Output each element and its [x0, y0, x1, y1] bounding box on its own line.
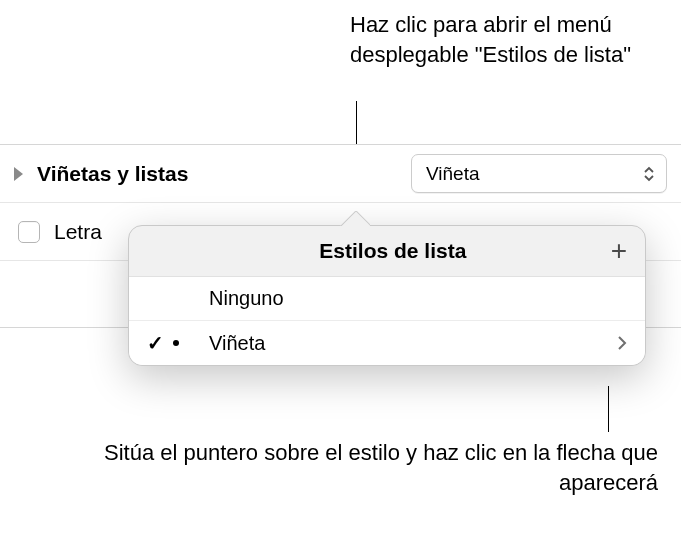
- popover-title: Estilos de lista: [175, 239, 611, 263]
- popup-selected-value: Viñeta: [426, 163, 480, 185]
- list-style-item-none[interactable]: Ninguno: [129, 277, 645, 321]
- list-style-label: Ninguno: [209, 287, 284, 310]
- popover-arrow: [340, 211, 370, 226]
- section-label: Viñetas y listas: [37, 162, 188, 186]
- popover-header: Estilos de lista +: [129, 226, 645, 276]
- disclosure-triangle-icon[interactable]: [14, 167, 23, 181]
- updown-caret-icon: [642, 165, 656, 183]
- chevron-right-icon[interactable]: [617, 335, 627, 351]
- add-style-plus-icon[interactable]: +: [611, 237, 627, 265]
- leader-line-bottom: [608, 386, 609, 432]
- list-styles-popover: Estilos de lista + Ninguno ✓ Viñeta: [128, 225, 646, 366]
- dropcap-checkbox[interactable]: [18, 221, 40, 243]
- dropcap-label: Letra: [54, 220, 102, 244]
- list-styles-popup-button[interactable]: Viñeta: [411, 154, 667, 193]
- list-style-item-bullet[interactable]: ✓ Viñeta: [129, 321, 645, 365]
- bullet-sample-icon: [173, 340, 179, 346]
- callout-top-text: Haz clic para abrir el menú desplegable …: [350, 10, 681, 69]
- callout-bottom-text: Sitúa el puntero sobre el estilo y haz c…: [0, 438, 658, 497]
- bullets-lists-row: Viñetas y listas Viñeta: [0, 145, 681, 203]
- list-styles-list: Ninguno ✓ Viñeta: [129, 276, 645, 365]
- checkmark-icon: ✓: [147, 331, 164, 355]
- item-lead: ✓: [147, 331, 209, 355]
- list-style-label: Viñeta: [209, 332, 265, 355]
